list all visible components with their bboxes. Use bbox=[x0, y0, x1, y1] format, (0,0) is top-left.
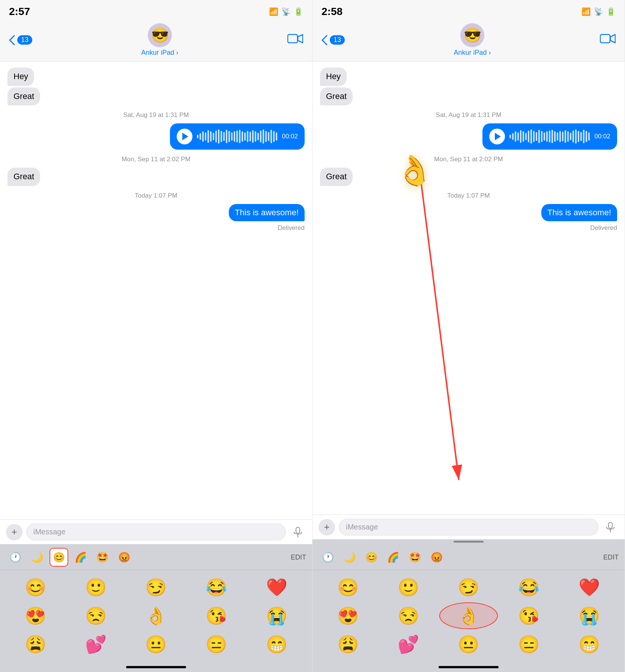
right-emoji-13[interactable]: 😐 bbox=[439, 631, 498, 658]
left-chevron-icon bbox=[9, 35, 16, 45]
left-emoji-tab-rainbow[interactable]: 🌈 bbox=[71, 548, 90, 567]
right-audio-bubble[interactable]: 00:02 bbox=[482, 123, 617, 150]
left-emoji-1[interactable]: 😊 bbox=[6, 574, 65, 601]
right-chevron-icon bbox=[322, 35, 328, 45]
left-messages-area: Hey Great Sat, Aug 19 at 1:31 PM 00:02 M… bbox=[0, 62, 312, 519]
left-emoji-tab-recent[interactable]: 🕐 bbox=[6, 548, 25, 567]
right-timestamp-3: Today 1:07 PM bbox=[320, 192, 617, 200]
right-emoji-7[interactable]: 😒 bbox=[379, 602, 438, 629]
right-home-indicator bbox=[439, 666, 499, 668]
right-timestamp-2: Mon, Sep 11 at 2:02 PM bbox=[320, 156, 617, 163]
left-home-indicator bbox=[126, 666, 186, 668]
left-emoji-3[interactable]: 😏 bbox=[127, 574, 186, 601]
right-status-time: 2:58 bbox=[322, 6, 343, 18]
right-msg-hey[interactable]: Hey bbox=[320, 68, 347, 86]
left-msg-great-1[interactable]: Great bbox=[8, 87, 40, 106]
right-emoji-11[interactable]: 😩 bbox=[319, 631, 377, 658]
left-panel: 2:57 📶 📡 🔋 13 😎 Ankur iPad › bbox=[0, 0, 312, 672]
left-emoji-tab-smileys[interactable]: 😊 bbox=[50, 548, 68, 567]
left-timestamp-2: Mon, Sep 11 at 2:02 PM bbox=[8, 156, 305, 163]
right-emoji-tab-rainbow[interactable]: 🌈 bbox=[384, 548, 403, 567]
left-emoji-8[interactable]: 👌 bbox=[127, 602, 186, 629]
right-msg-great-1[interactable]: Great bbox=[320, 87, 353, 106]
left-emoji-11[interactable]: 😩 bbox=[6, 631, 65, 658]
right-great-container: Great bbox=[320, 168, 353, 186]
right-msg-sent[interactable]: This is awesome! bbox=[541, 204, 617, 221]
left-msg-sent[interactable]: This is awesome! bbox=[229, 204, 305, 221]
svg-rect-6 bbox=[608, 522, 612, 528]
right-emoji-15[interactable]: 😁 bbox=[560, 631, 619, 658]
right-panel: 2:58 📶 📡 🔋 13 😎 Ankur iPad › bbox=[312, 0, 625, 672]
right-back-button[interactable]: 13 bbox=[322, 35, 345, 45]
right-emoji-5[interactable]: ❤️ bbox=[560, 574, 619, 601]
right-battery-icon: 🔋 bbox=[606, 7, 616, 16]
left-play-triangle bbox=[182, 133, 188, 140]
left-emoji-tab-star[interactable]: 🤩 bbox=[93, 548, 112, 567]
right-message-input[interactable]: iMessage bbox=[339, 519, 598, 536]
right-waveform bbox=[509, 129, 590, 144]
right-video-icon bbox=[600, 33, 616, 44]
left-emoji-4[interactable]: 😂 bbox=[187, 574, 246, 601]
left-emoji-10[interactable]: 😭 bbox=[247, 602, 306, 629]
left-emoji-tab-nature[interactable]: 🌙 bbox=[28, 548, 47, 567]
svg-rect-0 bbox=[288, 34, 297, 43]
left-contact-name[interactable]: Ankur iPad › bbox=[141, 49, 178, 57]
right-audio-duration: 00:02 bbox=[594, 133, 610, 140]
left-emoji-6[interactable]: 😍 bbox=[6, 602, 65, 629]
battery-icon: 🔋 bbox=[294, 7, 303, 16]
right-emoji-2[interactable]: 🙂 bbox=[379, 574, 438, 601]
right-emoji-tab-nature[interactable]: 🌙 bbox=[340, 548, 359, 567]
right-emoji-tab-angry[interactable]: 😡 bbox=[427, 548, 446, 567]
left-emoji-9[interactable]: 😘 bbox=[187, 602, 246, 629]
left-emoji-12[interactable]: 💕 bbox=[66, 631, 125, 658]
left-audio-bubble[interactable]: 00:02 bbox=[170, 123, 305, 150]
right-drag-handle-area bbox=[312, 539, 625, 544]
left-msg-hey[interactable]: Hey bbox=[8, 68, 34, 86]
right-emoji-keyboard: 🕐 🌙 😊 🌈 🤩 😡 EDIT 😊 🙂 😏 😂 ❤️ 😍 😒 👌 😘 😭 😩 … bbox=[312, 544, 625, 672]
signal-icon: 📶 bbox=[269, 7, 278, 16]
left-emoji-13[interactable]: 😐 bbox=[127, 631, 186, 658]
right-emoji-edit[interactable]: EDIT bbox=[603, 554, 619, 561]
left-emoji-14[interactable]: 😑 bbox=[187, 631, 246, 658]
right-contact-avatar[interactable]: 😎 bbox=[460, 23, 484, 47]
right-emoji-4[interactable]: 😂 bbox=[499, 574, 558, 601]
left-contact-name-text: Ankur iPad bbox=[141, 49, 174, 56]
right-emoji-tab-star[interactable]: 🤩 bbox=[406, 548, 424, 567]
right-video-button[interactable] bbox=[600, 33, 616, 47]
right-emoji-10[interactable]: 😭 bbox=[560, 602, 619, 629]
left-mic-icon bbox=[293, 527, 303, 537]
left-emoji-7[interactable]: 😒 bbox=[66, 602, 125, 629]
right-audio-record-button[interactable] bbox=[602, 519, 619, 536]
right-play-button[interactable] bbox=[489, 129, 505, 144]
right-msg-great-2[interactable]: Great bbox=[320, 168, 353, 186]
right-status-bar: 2:58 📶 📡 🔋 bbox=[312, 0, 625, 20]
right-messages-area: Hey Great Sat, Aug 19 at 1:31 PM 00:02 M… bbox=[312, 62, 625, 514]
left-video-button[interactable] bbox=[287, 33, 303, 47]
left-emoji-edit[interactable]: EDIT bbox=[291, 554, 306, 561]
right-emoji-1[interactable]: 😊 bbox=[319, 574, 377, 601]
right-emoji-3[interactable]: 😏 bbox=[439, 574, 498, 601]
right-emoji-14[interactable]: 😑 bbox=[499, 631, 558, 658]
left-emoji-2[interactable]: 🙂 bbox=[66, 574, 125, 601]
right-emoji-9[interactable]: 😘 bbox=[499, 602, 558, 629]
left-back-badge[interactable]: 13 bbox=[17, 35, 32, 45]
left-play-button[interactable] bbox=[177, 129, 192, 144]
left-audio-record-button[interactable] bbox=[290, 524, 306, 540]
right-emoji-6[interactable]: 😍 bbox=[319, 602, 377, 629]
right-contact-name[interactable]: Ankur iPad › bbox=[454, 49, 491, 57]
left-contact-avatar[interactable]: 😎 bbox=[148, 23, 172, 47]
left-msg-great-2[interactable]: Great bbox=[8, 168, 40, 186]
right-add-button[interactable]: + bbox=[319, 519, 335, 536]
left-emoji-15[interactable]: 😁 bbox=[247, 631, 306, 658]
right-emoji-tab-recent[interactable]: 🕐 bbox=[319, 548, 337, 567]
left-emoji-5[interactable]: ❤️ bbox=[247, 574, 306, 601]
left-add-button[interactable]: + bbox=[6, 524, 23, 540]
right-back-badge[interactable]: 13 bbox=[330, 35, 345, 45]
right-emoji-8-highlighted[interactable]: 👌 bbox=[439, 602, 498, 629]
right-signal-icon: 📶 bbox=[581, 7, 591, 16]
right-emoji-12[interactable]: 💕 bbox=[379, 631, 438, 658]
left-emoji-tab-angry[interactable]: 😡 bbox=[115, 548, 134, 567]
left-message-input[interactable]: iMessage bbox=[26, 524, 286, 540]
right-emoji-tab-smileys[interactable]: 😊 bbox=[362, 548, 381, 567]
left-back-button[interactable]: 13 bbox=[9, 35, 32, 45]
